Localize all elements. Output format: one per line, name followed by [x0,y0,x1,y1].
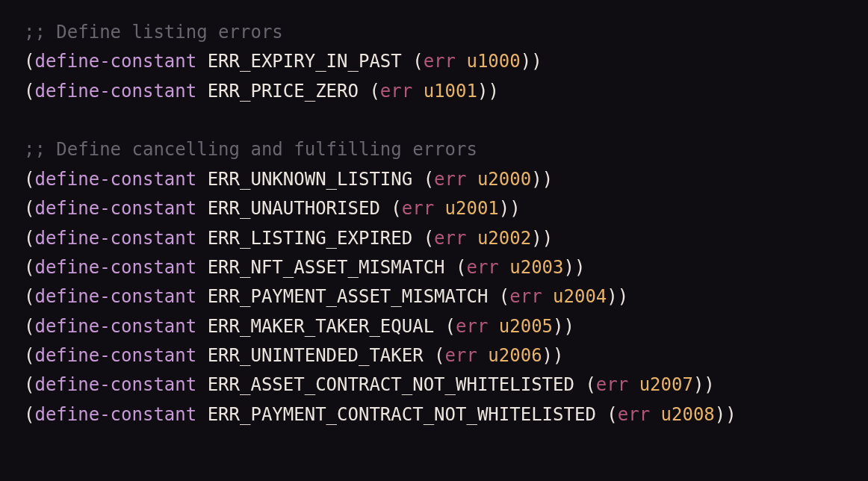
paren-open: ( [369,81,379,102]
keyword-define-constant: define-constant [34,404,196,425]
code-line: (define-constant ERR_UNKNOWN_LISTING (er… [24,165,844,194]
blank-line [24,106,844,135]
paren-open: ( [24,257,34,278]
paren-open: ( [412,51,423,72]
paren-close: ) [725,404,736,425]
constant-name: ERR_UNINTENDED_TAKER [208,345,424,366]
paren-open: ( [434,345,444,366]
uint-literal: u1001 [424,81,477,102]
uint-literal: u2003 [509,257,563,278]
paren-close: ) [607,286,617,307]
paren-open: ( [424,228,434,249]
code-line: (define-constant ERR_PAYMENT_CONTRACT_NO… [24,400,844,429]
uint-literal: u2007 [639,374,693,395]
paren-open: ( [24,286,34,307]
paren-close: ) [488,81,498,102]
paren-open: ( [24,51,34,72]
paren-close: ) [521,51,531,72]
paren-close: ) [542,345,553,366]
paren-close: ) [564,316,574,337]
uint-literal: u1000 [466,51,520,72]
paren-close: ) [477,81,488,102]
code-line: (define-constant ERR_UNAUTHORISED (err u… [24,194,844,223]
code-line: (define-constant ERR_NFT_ASSET_MISMATCH … [24,253,844,282]
paren-open: ( [445,316,456,337]
paren-close: ) [542,169,553,190]
keyword-define-constant: define-constant [34,169,196,190]
paren-open: ( [24,81,34,102]
paren-close: ) [531,169,542,190]
paren-close: ) [542,228,553,249]
paren-close: ) [693,374,704,395]
paren-close: ) [704,374,714,395]
err-fn: err [380,81,412,102]
keyword-define-constant: define-constant [34,51,196,72]
paren-close: ) [531,51,542,72]
paren-open: ( [499,286,509,307]
keyword-define-constant: define-constant [34,345,196,366]
err-fn: err [456,316,488,337]
code-line: (define-constant ERR_PAYMENT_ASSET_MISMA… [24,282,844,311]
paren-open: ( [424,169,434,190]
code-line: (define-constant ERR_LISTING_EXPIRED (er… [24,224,844,253]
constant-name: ERR_PAYMENT_CONTRACT_NOT_WHITELISTED [208,404,596,425]
uint-literal: u2005 [499,316,553,337]
code-line: (define-constant ERR_ASSET_CONTRACT_NOT_… [24,370,844,400]
constant-name: ERR_PAYMENT_ASSET_MISMATCH [208,286,489,307]
err-fn: err [466,257,498,278]
paren-close: ) [618,286,628,307]
paren-open: ( [24,169,34,190]
paren-open: ( [24,198,34,219]
err-fn: err [596,374,628,395]
code-line: (define-constant ERR_MAKER_TAKER_EQUAL (… [24,312,844,341]
keyword-define-constant: define-constant [34,374,196,395]
paren-close: ) [553,316,563,337]
paren-open: ( [24,228,34,249]
paren-open: ( [456,257,466,278]
paren-open: ( [585,374,595,395]
keyword-define-constant: define-constant [34,228,196,249]
err-fn: err [509,286,542,307]
paren-open: ( [24,374,34,395]
keyword-define-constant: define-constant [34,198,196,219]
paren-open: ( [24,345,34,366]
paren-open: ( [607,404,617,425]
err-fn: err [618,404,650,425]
code-line: (define-constant ERR_EXPIRY_IN_PAST (err… [24,47,844,76]
err-fn: err [434,228,466,249]
constant-name: ERR_NFT_ASSET_MISMATCH [208,257,445,278]
uint-literal: u2008 [661,404,715,425]
uint-literal: u2000 [477,169,531,190]
constant-name: ERR_ASSET_CONTRACT_NOT_WHITELISTED [208,374,574,395]
constant-name: ERR_EXPIRY_IN_PAST [208,51,402,72]
constant-name: ERR_LISTING_EXPIRED [208,228,413,249]
uint-literal: u2004 [553,286,607,307]
code-line: (define-constant ERR_PRICE_ZERO (err u10… [24,77,844,106]
constant-name: ERR_MAKER_TAKER_EQUAL [208,316,434,337]
err-fn: err [434,169,466,190]
code-line: (define-constant ERR_UNINTENDED_TAKER (e… [24,341,844,370]
err-fn: err [402,198,434,219]
uint-literal: u2001 [445,198,499,219]
code-block: ;; Define listing errors(define-constant… [0,0,868,447]
paren-open: ( [391,198,401,219]
uint-literal: u2002 [477,228,531,249]
comment-text: ;; Define cancelling and fulfilling erro… [24,139,477,160]
code-comment-line: ;; Define cancelling and fulfilling erro… [24,135,844,164]
paren-open: ( [24,316,34,337]
constant-name: ERR_PRICE_ZERO [208,81,359,102]
paren-close: ) [574,257,585,278]
paren-open: ( [24,404,34,425]
paren-close: ) [531,228,542,249]
constant-name: ERR_UNAUTHORISED [208,198,380,219]
paren-close: ) [564,257,574,278]
paren-close: ) [499,198,509,219]
paren-close: ) [509,198,520,219]
paren-close: ) [553,345,563,366]
err-fn: err [445,345,477,366]
constant-name: ERR_UNKNOWN_LISTING [208,169,413,190]
keyword-define-constant: define-constant [34,81,196,102]
err-fn: err [424,51,456,72]
paren-close: ) [715,404,725,425]
code-comment-line: ;; Define listing errors [24,18,844,47]
